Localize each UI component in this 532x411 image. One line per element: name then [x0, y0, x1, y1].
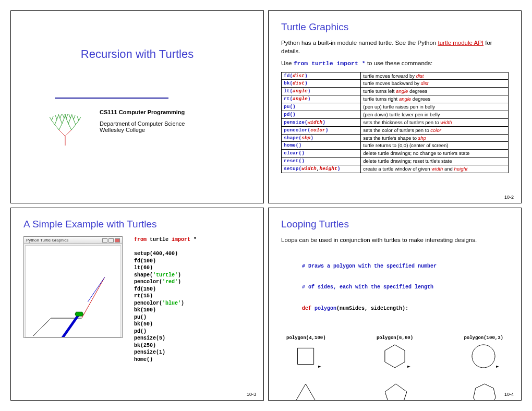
- slide2-use: Use from turtle import * to use these co…: [281, 59, 509, 68]
- svg-line-15: [50, 117, 52, 120]
- svg-marker-43: [296, 384, 316, 401]
- svg-line-16: [52, 116, 53, 120]
- dept: Department of Computer Science: [100, 120, 185, 127]
- svg-line-3: [55, 125, 59, 130]
- course-text: CS111 Computer Programming Department of…: [100, 109, 185, 133]
- svg-line-29: [77, 116, 79, 120]
- svg-line-6: [71, 125, 76, 130]
- svg-line-20: [60, 114, 62, 118]
- svg-line-18: [57, 115, 58, 119]
- slide-num: 10-3: [247, 392, 256, 397]
- slide2-title: Turtle Graphics: [281, 21, 509, 33]
- polygon-row-top: polygon(4,100)polygon(6,60)polygon(100,3…: [281, 334, 509, 371]
- svg-marker-42: [496, 366, 499, 368]
- use-suffix: to use these commands:: [366, 60, 432, 66]
- svg-line-8: [55, 119, 57, 125]
- def-line: def polygon(numSides, sideLength):: [302, 305, 509, 312]
- window-titlebar: Python Turtle Graphics: [24, 237, 122, 244]
- svg-line-27: [72, 115, 74, 119]
- svg-line-24: [66, 114, 68, 118]
- code-listing: from turtle import * setup(400,400)fd(10…: [134, 236, 251, 363]
- svg-line-21: [63, 114, 64, 118]
- college: Wellesley College: [100, 127, 185, 133]
- slide-num: 10-4: [504, 392, 514, 397]
- svg-line-33: [88, 277, 104, 302]
- turtle-canvas: [25, 245, 121, 337]
- comment2: # of sides, each with the specified leng…: [302, 284, 509, 291]
- svg-line-32: [82, 277, 105, 318]
- svg-line-26: [70, 114, 72, 118]
- svg-line-12: [68, 118, 70, 124]
- svg-marker-40: [407, 366, 410, 368]
- window-buttons: [102, 238, 120, 243]
- svg-marker-37: [298, 348, 314, 364]
- svg-marker-39: [384, 345, 404, 368]
- svg-marker-41: [472, 345, 495, 368]
- svg-line-11: [66, 118, 68, 124]
- slide-num: 10-2: [504, 195, 514, 200]
- svg-line-10: [62, 118, 64, 124]
- window-title: Python Turtle Graphics: [26, 238, 68, 243]
- svg-line-7: [52, 120, 55, 125]
- divider: [55, 98, 168, 99]
- course-name: CS111 Computer Programming: [100, 109, 185, 115]
- svg-line-25: [69, 114, 70, 118]
- svg-marker-45: [385, 384, 407, 401]
- svg-line-2: [65, 130, 71, 136]
- svg-line-5: [68, 124, 71, 130]
- slide4-title: Looping Turtles: [281, 219, 509, 230]
- svg-line-1: [59, 130, 65, 136]
- svg-line-9: [60, 118, 62, 124]
- slide4-code: # Draws a polygon with the specified num…: [302, 249, 509, 327]
- command-table: fd(dist)turtle moves forward by distbk(d…: [281, 72, 509, 173]
- svg-line-34: [33, 314, 79, 337]
- slide-grid: Recursion with Turtles: [10, 10, 522, 401]
- svg-marker-47: [474, 384, 496, 401]
- slide-3: A Simple Example with Turtles Python Tur…: [10, 208, 264, 401]
- slide4-body: Loops can be used in conjunction with tu…: [281, 236, 509, 245]
- turtle-window: Python Turtle Graphics: [23, 236, 123, 338]
- polygon-row-bot: polygon(3,100)polygon(5,75)polygon(7,50): [281, 380, 509, 401]
- svg-line-14: [76, 120, 79, 125]
- svg-line-4: [59, 124, 62, 130]
- use-prefix: Use: [281, 60, 294, 66]
- slide1-title: Recursion with Turtles: [23, 47, 251, 61]
- use-code: from turtle import *: [294, 60, 366, 67]
- svg-line-35: [33, 318, 51, 336]
- slide-4: Looping Turtles Loops can be used in con…: [268, 208, 522, 401]
- svg-marker-36: [75, 312, 83, 316]
- svg-line-28: [74, 115, 75, 119]
- slide3-title: A Simple Example with Turtles: [23, 219, 251, 230]
- svg-line-17: [55, 115, 57, 119]
- svg-marker-38: [318, 366, 321, 368]
- tree-icon: [39, 109, 91, 146]
- slide-2: Turtle Graphics Python has a built-in mo…: [268, 10, 522, 203]
- intro-text: Python has a built-in module named turtl…: [281, 40, 438, 46]
- course-info: CS111 Computer Programming Department of…: [39, 109, 251, 146]
- slide-1: Recursion with Turtles: [10, 10, 264, 203]
- api-link[interactable]: turtle module API: [438, 40, 483, 46]
- slide2-intro: Python has a built-in module named turtl…: [281, 39, 509, 55]
- svg-line-13: [74, 119, 76, 125]
- svg-line-30: [79, 117, 81, 120]
- svg-line-19: [58, 114, 60, 118]
- comment1: # Draws a polygon with the specified num…: [302, 263, 509, 270]
